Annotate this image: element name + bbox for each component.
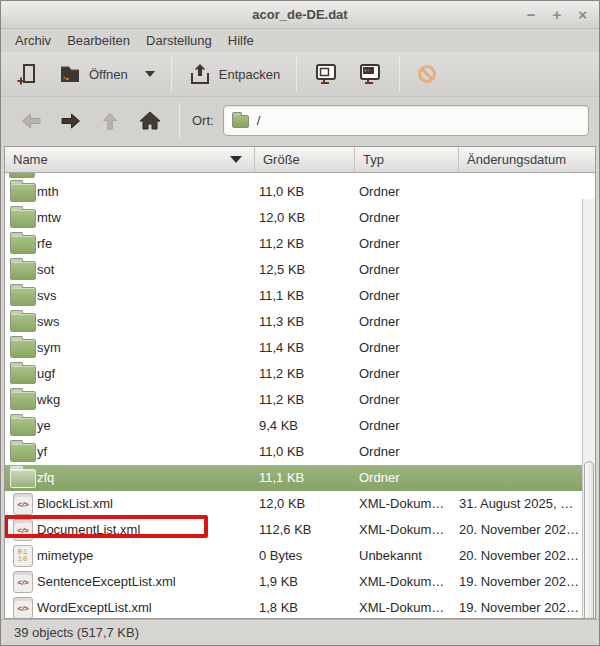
cell-name: yf [37, 439, 47, 465]
statusbar: 39 objects (517,7 KB) [1, 619, 599, 645]
table-row[interactable]: wkg11,2 KBOrdner [5, 387, 582, 413]
folder-icon [10, 313, 36, 332]
cell-name: rfe [37, 231, 52, 257]
view-all-files-icon [313, 61, 339, 87]
toolbar-separator [399, 56, 400, 92]
cell-type: Ordner [359, 465, 399, 491]
extract-button-label: Entpacken [219, 67, 280, 82]
table-row[interactable]: zfq11,1 KBOrdner [5, 465, 582, 491]
sort-descending-icon [230, 156, 242, 163]
menu-archiv[interactable]: Archiv [7, 31, 59, 50]
archive-manager-window: acor_de-DE.dat − + × Archiv Bearbeiten D… [0, 0, 600, 646]
folder-icon [10, 417, 36, 436]
cell-type: Ordner [359, 387, 399, 413]
up-icon [100, 111, 120, 131]
cell-size: 11,0 KB [259, 439, 304, 465]
home-button[interactable] [129, 103, 171, 139]
up-button[interactable] [91, 105, 129, 137]
cell-name: svs [37, 283, 57, 309]
menu-bearbeiten[interactable]: Bearbeiten [59, 31, 138, 50]
table-row[interactable]: ugf11,2 KBOrdner [5, 361, 582, 387]
maximize-button[interactable]: + [552, 7, 561, 22]
table-row[interactable]: yf11,0 KBOrdner [5, 439, 582, 465]
cell-type: Ordner [359, 439, 399, 465]
table-row[interactable]: ye9,4 KBOrdner [5, 413, 582, 439]
column-header-size[interactable]: Größe [255, 147, 355, 173]
extract-button[interactable]: Entpacken [179, 57, 289, 91]
forward-button[interactable] [51, 104, 91, 138]
open-folder-icon [58, 62, 82, 86]
folder-icon [10, 443, 36, 462]
file-list: mth11,0 KBOrdnermtw12,0 KBOrdnerrfe11,2 … [5, 173, 582, 618]
page-title: acor_de-DE.dat [252, 7, 347, 22]
chevron-down-icon[interactable] [145, 71, 155, 77]
menu-darstellung[interactable]: Darstellung [138, 31, 220, 50]
cell-size: 12,0 KB [259, 205, 305, 231]
table-row[interactable]: mtw12,0 KBOrdner [5, 205, 582, 231]
new-archive-icon [16, 62, 40, 86]
table-row[interactable]: rfe11,2 KBOrdner [5, 231, 582, 257]
cell-name: ye [37, 413, 51, 439]
cell-type: Ordner [359, 205, 399, 231]
view-as-folder-button[interactable] [348, 56, 392, 92]
home-icon [138, 109, 162, 133]
close-button[interactable]: × [578, 7, 587, 22]
forward-icon [60, 110, 82, 132]
cell-date: 19. November 202… [459, 569, 579, 595]
table-row[interactable]: sym11,4 KBOrdner [5, 335, 582, 361]
cell-name: WordExceptList.xml [37, 595, 152, 618]
table-row[interactable]: </>WordExceptList.xml1,8 KBXML-Dokum…19.… [5, 595, 582, 618]
folder-icon [10, 287, 36, 306]
column-header-type[interactable]: Typ [355, 147, 459, 173]
table-row[interactable]: </>DocumentList.xml112,6 KBXML-Dokum…20.… [5, 517, 582, 543]
cell-size: 9,4 KB [259, 413, 298, 439]
vertical-scrollbar[interactable] [582, 199, 595, 618]
table-row[interactable]: mth11,0 KBOrdner [5, 179, 582, 205]
cell-type: Unbekannt [359, 543, 422, 569]
folder-icon [9, 173, 35, 178]
cell-size: 11,4 KB [259, 335, 304, 361]
table-row[interactable]: sot12,5 KBOrdner [5, 257, 582, 283]
cell-name: zfq [37, 465, 54, 491]
back-icon [20, 110, 42, 132]
table-row[interactable]: svs11,1 KBOrdner [5, 283, 582, 309]
column-header-date[interactable]: Änderungsdatum [459, 147, 595, 173]
view-as-folder-icon [357, 61, 383, 87]
extract-icon [188, 62, 212, 86]
cell-date: 20. November 202… [459, 543, 579, 569]
cell-name: sws [37, 309, 59, 335]
cell-size: 11,1 KB [259, 283, 304, 309]
table-row[interactable]: 0110mimetype0 BytesUnbekannt20. November… [5, 543, 582, 569]
table-row[interactable]: </>SentenceExceptList.xml1,9 KBXML-Dokum… [5, 569, 582, 595]
status-text: 39 objects (517,7 KB) [14, 625, 139, 640]
back-button[interactable] [11, 104, 51, 138]
location-input[interactable]: / [223, 105, 589, 136]
toolbar-separator [296, 56, 297, 92]
open-button[interactable]: Öffnen [49, 57, 164, 91]
cell-size: 11,1 KB [259, 465, 304, 491]
menubar: Archiv Bearbeiten Darstellung Hilfe [1, 29, 599, 52]
new-archive-button[interactable] [7, 57, 49, 91]
cell-size: 1,9 KB [259, 569, 298, 595]
toolbar-separator [171, 56, 172, 92]
stop-icon [416, 63, 438, 85]
folder-icon [10, 391, 36, 410]
menu-hilfe[interactable]: Hilfe [220, 31, 262, 50]
cell-type: XML-Dokum… [359, 569, 444, 595]
cell-name: wkg [37, 387, 60, 413]
toolbar: Öffnen Entpacken [1, 52, 599, 97]
table-row[interactable]: sws11,3 KBOrdner [5, 309, 582, 335]
stop-button[interactable] [407, 58, 447, 90]
column-header-name[interactable]: Name [5, 147, 255, 173]
cell-name: SentenceExceptList.xml [37, 569, 176, 595]
cell-name: mimetype [37, 543, 93, 569]
navbar-separator [179, 103, 180, 139]
scrollbar-thumb[interactable] [584, 461, 594, 618]
folder-icon [10, 183, 36, 202]
location-path: / [257, 113, 261, 128]
minimize-button[interactable]: − [527, 7, 536, 22]
xml-file-icon: </> [13, 493, 33, 515]
cell-name: mtw [37, 205, 61, 231]
view-all-files-button[interactable] [304, 56, 348, 92]
table-row[interactable]: </>BlockList.xml12,0 KBXML-Dokum…31. Aug… [5, 491, 582, 517]
